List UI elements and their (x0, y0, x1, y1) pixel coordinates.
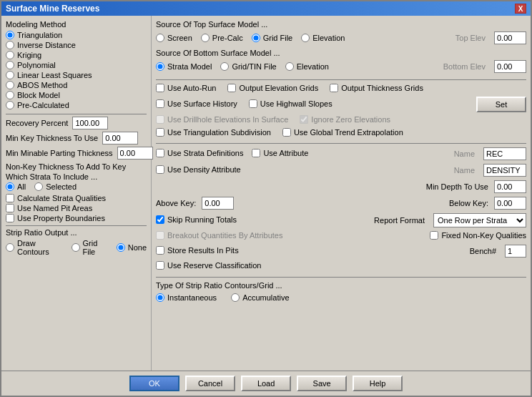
right-panel: Source Of Top Surface Model ... Screen P… (152, 16, 531, 371)
recovery-percent-label: Recovery Percent (6, 119, 68, 127)
draw-contours[interactable]: Draw Contours (6, 239, 63, 256)
bench-input[interactable] (505, 245, 526, 258)
top-source-options: Screen Pre-Calc Grid File Elevation Top … (156, 31, 526, 44)
top-surface-row: Source Of Top Surface Model ... (156, 20, 526, 29)
modeling-method-label: Modeling Method (6, 20, 147, 29)
breakout-row: Breakout Quantities By Attributes Fixed … (156, 231, 526, 241)
top-grid-file[interactable]: Grid File (252, 34, 293, 42)
strata-all[interactable]: All (6, 182, 26, 191)
fixed-non-key-check[interactable]: Fixed Non-Key Qualities (430, 231, 526, 240)
recovery-percent-row: Recovery Percent (6, 117, 147, 129)
surface-history-check[interactable]: Use Surface History (156, 99, 237, 108)
method-abos[interactable]: ABOS Method (6, 81, 147, 89)
left-panel: Modeling Method Triangulation Inverse Di… (1, 16, 152, 371)
above-below-row: Above Key: Below Key: (156, 197, 526, 210)
skip-running-check[interactable]: Skip Running Totals (156, 215, 237, 224)
non-key-thickness-label: Non-Key Thickness To Add To Key (6, 162, 147, 171)
which-strata-label: Which Strata To Include ... (6, 172, 147, 181)
drillhole-elev-check[interactable]: Use Drillhole Elevations In Surface (156, 115, 288, 124)
method-triangulation[interactable]: Triangulation (6, 31, 147, 39)
store-bench-row: Store Results In Pits Bench# (156, 245, 526, 258)
use-reserve-check[interactable]: Use Reserve Classification (156, 261, 261, 270)
save-button[interactable]: Save (297, 376, 347, 391)
bottom-grid-tin[interactable]: Grid/TIN File (220, 62, 276, 71)
top-elev-input[interactable] (494, 31, 526, 44)
strip-ratio-label: Strip Ratio Output ... (6, 228, 147, 237)
density-row: Use Density Attribute Name (156, 164, 526, 177)
report-format-dropdown[interactable]: One Row per Strata (433, 213, 526, 227)
skip-report-row: Skip Running Totals Report Format One Ro… (156, 213, 526, 227)
min-depth-input[interactable] (494, 180, 526, 193)
window-title: Surface Mine Reserves (6, 4, 99, 14)
type-strip-label: Type Of Strip Ratio Contours/Grid ... (156, 281, 526, 290)
strata-attr-row: Use Strata Definitions Use Attribute Nam… (156, 147, 526, 160)
bottom-elev-input[interactable] (494, 60, 526, 73)
method-block-model[interactable]: Block Model (6, 91, 147, 99)
options-row4: Use Triangulation Subdivision Use Global… (156, 128, 526, 138)
strata-selected[interactable]: Selected (34, 182, 77, 191)
load-button[interactable]: Load (241, 376, 291, 391)
min-key-thickness-input[interactable] (102, 132, 138, 144)
accumulative-radio[interactable]: Accumulative (231, 293, 289, 302)
density-attr-check[interactable]: Use Density Attribute (156, 165, 241, 174)
grid-file[interactable]: Grid File (72, 239, 108, 256)
use-property-row[interactable]: Use Property Boundaries (6, 214, 147, 222)
use-attribute-check[interactable]: Use Attribute (252, 149, 308, 157)
bottom-strata-model[interactable]: Strata Model (156, 62, 212, 71)
name-density-input[interactable] (483, 164, 526, 177)
min-key-thickness-row: Min Key Thickness To Use (6, 132, 147, 144)
output-thick-check[interactable]: Output Thickness Grids (330, 84, 423, 92)
instantaneous-radio[interactable]: Instantaneous (156, 293, 217, 302)
name-density-label: Name (454, 166, 475, 175)
strip-ratio-row: Draw Contours Grid File None (6, 239, 147, 256)
strata-include-row: All Selected (6, 182, 147, 191)
modeling-method-group: Triangulation Inverse Distance Kriging P… (6, 31, 147, 109)
method-linear-least[interactable]: Linear Least Squares (6, 71, 147, 79)
help-button[interactable]: Help (353, 376, 403, 391)
above-key-label: Above Key: (156, 199, 196, 207)
use-named-pit-row[interactable]: Use Named Pit Areas (6, 204, 147, 212)
store-results-check[interactable]: Store Results In Pits (156, 246, 239, 255)
strata-def-check[interactable]: Use Strata Definitions (156, 149, 243, 157)
min-minable-parting-input[interactable] (117, 147, 153, 160)
top-elevation[interactable]: Elevation (301, 34, 345, 42)
output-elev-check[interactable]: Output Elevation Grids (227, 84, 318, 92)
ok-button[interactable]: OK (129, 376, 179, 391)
below-key-input[interactable] (494, 197, 526, 210)
triangulation-sub-check[interactable]: Use Triangulation Subdivision (156, 128, 271, 137)
type-strip-row: Instantaneous Accumulative (156, 293, 526, 302)
name-rec-input[interactable] (483, 147, 526, 160)
top-screen[interactable]: Screen (156, 34, 192, 42)
calc-strata-row[interactable]: Calculate Strata Qualities (6, 194, 147, 202)
ignore-zero-check[interactable]: Ignore Zero Elevations (300, 115, 390, 124)
close-button[interactable]: X (515, 4, 526, 14)
breakout-check[interactable]: Breakout Quantities By Attributes (156, 231, 282, 240)
method-inverse-distance[interactable]: Inverse Distance (6, 41, 147, 49)
min-depth-row: Min Depth To Use (156, 180, 526, 193)
non-key-section: Non-Key Thickness To Add To Key Which St… (6, 162, 147, 191)
cancel-button[interactable]: Cancel (185, 376, 235, 391)
below-key-label: Below Key: (449, 199, 488, 207)
none-option[interactable]: None (117, 243, 147, 252)
above-key-input[interactable] (202, 197, 234, 210)
bottom-elev-label: Bottom Elev (443, 62, 486, 71)
method-pre-calculated[interactable]: Pre-Calculated (6, 101, 147, 109)
bottom-source-options: Strata Model Grid/TIN File Elevation Bot… (156, 60, 526, 73)
auto-run-check[interactable]: Use Auto-Run (156, 84, 216, 92)
global-trend-check[interactable]: Use Global Trend Extrapolation (282, 128, 403, 137)
bottom-surface-label: Source Of Bottom Surface Model ... (156, 49, 526, 57)
set-button[interactable]: Set (476, 97, 526, 112)
title-bar: Surface Mine Reserves X (1, 1, 531, 16)
highwall-slopes-check[interactable]: Use Highwall Slopes (249, 99, 332, 108)
main-window: Surface Mine Reserves X Modeling Method … (0, 0, 532, 397)
method-polynomial[interactable]: Polynomial (6, 61, 147, 69)
min-depth-label: Min Depth To Use (426, 182, 488, 191)
method-kriging[interactable]: Kriging (6, 51, 147, 59)
top-pre-calc[interactable]: Pre-Calc (201, 34, 243, 42)
top-surface-label: Source Of Top Surface Model ... (156, 20, 267, 29)
bench-label: Bench# (470, 247, 496, 255)
options-row1: Use Auto-Run Output Elevation Grids Outp… (156, 84, 526, 94)
top-elev-label: Top Elev (455, 34, 486, 42)
bottom-elevation[interactable]: Elevation (285, 62, 329, 71)
recovery-percent-input[interactable] (72, 117, 108, 129)
